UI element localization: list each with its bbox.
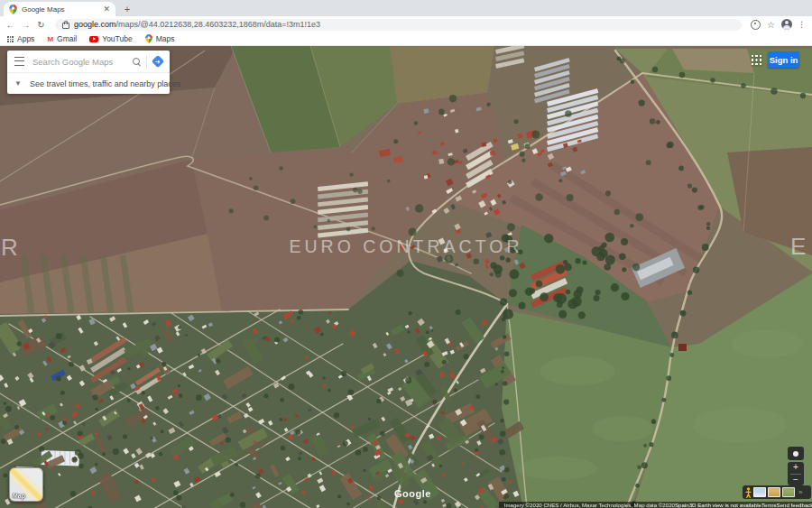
google-apps-grid-icon[interactable] <box>751 54 762 66</box>
chrome-menu-icon[interactable]: ⋮ <box>795 18 808 32</box>
maps-pin-icon <box>145 34 152 43</box>
chevron-down-icon: ▼ <box>14 79 22 88</box>
pegman-icon[interactable] <box>745 487 752 498</box>
zoom-control: + − <box>788 462 804 485</box>
gmail-icon: M <box>47 35 53 43</box>
forward-button[interactable]: → <box>19 18 32 32</box>
bookmark-apps[interactable]: Apps <box>7 34 34 43</box>
menu-hamburger-icon[interactable] <box>14 57 24 66</box>
status-bar: Imagery ©2020 CNES / Airbus, Maxar Techn… <box>499 502 812 508</box>
imagery-thumb[interactable] <box>768 487 780 497</box>
bookmark-youtube[interactable]: YouTube <box>89 34 132 43</box>
region-label: Spain <box>675 502 689 508</box>
omnibox-action-icon[interactable] <box>749 18 762 32</box>
maps-favicon-icon <box>9 5 17 14</box>
send-feedback-link[interactable]: Send feedback <box>777 502 812 508</box>
search-card: ➜ ▼ See travel times, traffic and nearby… <box>7 51 170 94</box>
zoom-in-button[interactable]: + <box>788 462 804 474</box>
earth-view-note: 3D Earth view is not available <box>689 502 761 508</box>
divider <box>146 55 147 69</box>
browser-toolbar: ← → ↻ google.com/maps/@44.0212638,28.460… <box>0 16 812 32</box>
tab-title: Google Maps <box>22 5 98 14</box>
tab-strip: Google Maps ✕ + <box>0 0 812 16</box>
map-watermark-label[interactable]: EURO CONTRACTOR <box>290 236 523 256</box>
apps-grid-icon <box>7 36 14 42</box>
imagery-attribution: Imagery ©2020 CNES / Airbus, Maxar Techn… <box>504 502 675 508</box>
map-label-partial-left: R <box>1 234 18 261</box>
url-text: google.com/maps/@44.0212638,28.4603232,1… <box>74 20 320 29</box>
map-mode-toggle[interactable]: Map <box>9 467 43 502</box>
terms-link[interactable]: Terms <box>761 502 777 508</box>
browser-tab[interactable]: Google Maps ✕ <box>4 2 115 16</box>
bookmark-maps[interactable]: Maps <box>145 34 175 43</box>
travel-times-row[interactable]: ▼ See travel times, traffic and nearby p… <box>7 72 170 94</box>
search-icon[interactable] <box>133 58 140 65</box>
imagery-thumb[interactable] <box>753 487 766 497</box>
bookmark-gmail[interactable]: M Gmail <box>47 34 77 43</box>
back-button[interactable]: ← <box>4 18 17 32</box>
map-toggle-label: Map <box>13 492 25 499</box>
tab-close-icon[interactable]: ✕ <box>103 5 110 14</box>
https-lock-icon[interactable] <box>62 23 69 29</box>
google-logo[interactable]: Google <box>394 488 431 499</box>
youtube-icon <box>89 36 98 42</box>
address-bar[interactable]: google.com/maps/@44.0212638,28.4603232,1… <box>55 19 742 31</box>
my-location-button[interactable] <box>788 447 804 460</box>
bookmarks-bar: Apps M Gmail YouTube Maps <box>0 32 812 46</box>
satellite-map-canvas[interactable]: R E EURO CONTRACTOR Google ➜ ▼ See trave… <box>0 46 812 508</box>
travel-times-label: See travel times, traffic and nearby pla… <box>30 79 180 88</box>
imagery-thumb[interactable] <box>782 487 795 497</box>
location-dot-icon <box>793 451 798 457</box>
profile-avatar[interactable] <box>780 18 793 32</box>
directions-icon[interactable]: ➜ <box>152 55 164 68</box>
map-label-partial-right: E <box>790 233 806 260</box>
new-tab-button[interactable]: + <box>121 3 134 15</box>
search-input[interactable] <box>31 56 126 68</box>
zoom-out-button[interactable]: − <box>788 475 804 486</box>
reload-button[interactable]: ↻ <box>34 18 48 32</box>
collapse-tray-icon[interactable]: » <box>798 489 802 496</box>
bookmark-star-icon[interactable]: ☆ <box>764 18 778 32</box>
sign-in-button[interactable]: Sign in <box>768 51 799 68</box>
imagery-tray: » <box>743 485 811 499</box>
